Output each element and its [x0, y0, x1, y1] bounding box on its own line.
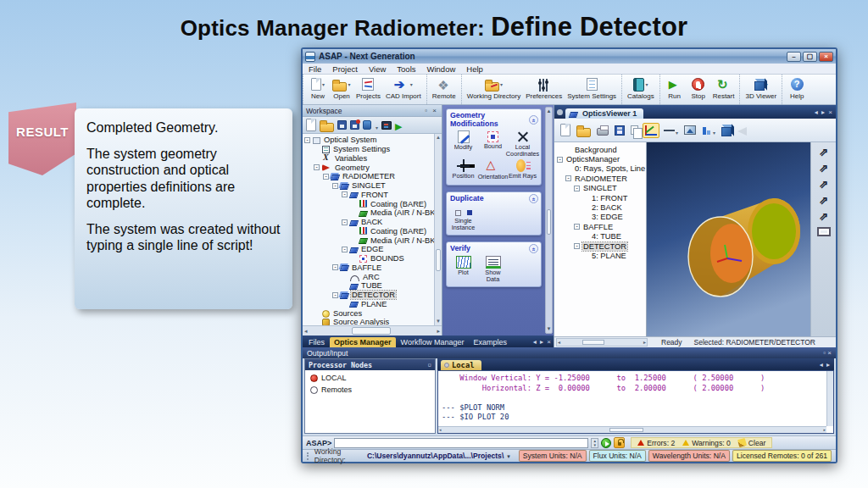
menu-project[interactable]: Project: [332, 64, 358, 74]
button-bound[interactable]: Bound: [478, 130, 508, 158]
collapse-toggle-icon[interactable]: -: [342, 247, 348, 252]
toolbar-projects[interactable]: Projects: [353, 75, 383, 101]
viewer-tree-item-singlet[interactable]: -SINGLET: [554, 184, 646, 193]
output-input-header[interactable]: Output/Input ▫ ×: [303, 347, 836, 358]
toolbar-open[interactable]: Open: [330, 75, 353, 101]
viewer-tree-item-radiometer[interactable]: -RADIOMETER: [554, 174, 646, 183]
tree-item-front[interactable]: -FRONT: [303, 191, 434, 200]
maximize-button[interactable]: [803, 52, 817, 62]
processor-node-local[interactable]: LOCAL: [310, 374, 430, 382]
pane-nav-icons[interactable]: ◂ ▸ ×: [815, 108, 833, 119]
button-single-instance[interactable]: Single Instance: [448, 206, 478, 231]
collapse-toggle-icon[interactable]: -: [342, 219, 348, 225]
tree-item-detector[interactable]: -DETECTOR: [303, 291, 434, 300]
viewer-spotlight-button[interactable]: [736, 123, 748, 137]
window-titlebar[interactable]: ASAP - Next Generation: [303, 49, 836, 64]
errors-indicator[interactable]: Errors: 2: [637, 439, 675, 447]
button-show-data[interactable]: Show Data: [478, 256, 508, 283]
collapse-toggle-icon[interactable]: -: [557, 157, 563, 163]
ray-pointer-icon[interactable]: [815, 208, 832, 223]
toolbar-run[interactable]: Run: [663, 75, 687, 101]
tree-item-optical-system[interactable]: -Optical System: [303, 136, 434, 145]
menu-file[interactable]: File: [309, 64, 321, 74]
pin-icon[interactable]: ▫: [425, 107, 429, 114]
run-icon[interactable]: [395, 119, 404, 131]
viewer-line-style-button[interactable]: [662, 121, 680, 140]
tree-item-radiometer[interactable]: -RADIOMETER: [303, 172, 434, 181]
tree-item-baffle[interactable]: -BAFFLE: [303, 263, 434, 273]
monitor-icon[interactable]: [381, 121, 392, 130]
console-nav-icons[interactable]: ◂ ▸: [820, 361, 831, 370]
toolbar-preferences[interactable]: Preferences: [523, 75, 565, 101]
pin-icon[interactable]: ▫: [427, 361, 431, 369]
console-hscrollbar[interactable]: [438, 426, 826, 433]
toolbar-catalogs[interactable]: Catalogs: [625, 75, 657, 101]
toolbar-help[interactable]: Help: [785, 75, 809, 101]
workspace-vscrollbar[interactable]: [434, 134, 442, 325]
chevron-down-icon[interactable]: [375, 118, 378, 133]
viewer-print-button[interactable]: [595, 123, 610, 137]
tab-optics-manager[interactable]: Optics Manager: [330, 337, 396, 347]
collapse-chevron-icon[interactable]: [529, 244, 538, 253]
warnings-indicator[interactable]: Warnings: 0: [682, 439, 731, 447]
chevron-down-icon[interactable]: [644, 80, 648, 88]
tree-item-media-air-n-bk[interactable]: Media (AIR / N-BK: [303, 208, 434, 218]
viewer-tree-item-opticsmanager[interactable]: -OpticsManager: [554, 154, 646, 164]
chevron-down-icon[interactable]: [675, 123, 678, 138]
viewer-tree-item-5-plane[interactable]: 5: PLANE: [554, 251, 646, 260]
toolbar-cad-import[interactable]: CAD Import: [383, 75, 424, 101]
tree-item-geometry[interactable]: -Geometry: [303, 163, 434, 172]
tree-item-edge[interactable]: -EDGE: [303, 245, 434, 254]
collapse-toggle-icon[interactable]: -: [314, 164, 320, 170]
collapse-chevron-icon[interactable]: [529, 115, 538, 125]
tree-item-variables[interactable]: Variables: [303, 154, 434, 164]
chevron-down-icon[interactable]: [507, 452, 510, 460]
tree-item-plane[interactable]: PLANE: [303, 300, 434, 309]
toolbar-3d-viewer[interactable]: 3D Viewer: [743, 75, 779, 101]
tab-opticsviewer-1[interactable]: OpticsViewer 1: [565, 108, 643, 119]
collapse-toggle-icon[interactable]: -: [574, 224, 580, 230]
viewer-chart-bars-button[interactable]: [700, 121, 717, 140]
chevron-down-icon[interactable]: [321, 80, 325, 88]
chevron-down-icon[interactable]: [409, 80, 413, 88]
execute-button[interactable]: [601, 438, 611, 448]
toolbar-stop[interactable]: Stop: [687, 75, 710, 101]
viewer-tree-item-detector[interactable]: -DETECTOR: [554, 241, 646, 251]
database-icon[interactable]: [363, 120, 371, 130]
chevron-down-icon[interactable]: [499, 80, 503, 88]
processor-node-remotes[interactable]: Remotes: [310, 385, 430, 394]
button-orientation[interactable]: Orientation: [478, 159, 508, 180]
tree-item-tube[interactable]: TUBE: [303, 281, 434, 291]
viewer-3d-view[interactable]: [647, 142, 810, 336]
menu-window[interactable]: Window: [427, 64, 456, 74]
tree-item-coating-bare[interactable]: Coating (BARE): [303, 199, 434, 208]
button-position[interactable]: Position: [448, 159, 478, 180]
viewer-save-button[interactable]: [613, 124, 626, 137]
collapse-toggle-icon[interactable]: -: [574, 243, 580, 249]
viewer-open-button[interactable]: [575, 122, 593, 139]
viewer-tree-item-background[interactable]: Background: [554, 145, 646, 154]
collapse-toggle-icon[interactable]: -: [565, 175, 571, 181]
collapse-toggle-icon[interactable]: -: [574, 186, 580, 191]
panels-scrollbar[interactable]: [545, 107, 553, 334]
viewer-tree-item-3-edge[interactable]: 3: EDGE: [554, 213, 646, 222]
tree-item-arc[interactable]: ARC: [303, 272, 434, 281]
ray-pointer-icon[interactable]: [815, 176, 832, 191]
collapse-toggle-icon[interactable]: -: [304, 137, 310, 143]
console-vscrollbar[interactable]: [826, 371, 833, 426]
toolbar-working-directory[interactable]: Working Directory: [465, 75, 523, 101]
menu-help[interactable]: Help: [466, 64, 483, 74]
viewer-tree-item-4-tube[interactable]: 4: TUBE: [554, 232, 646, 241]
button-plot[interactable]: Plot: [448, 256, 478, 283]
viewer-axes-button[interactable]: [643, 123, 659, 138]
viewer-render-image-button[interactable]: [682, 124, 698, 136]
working-directory-path[interactable]: C:\Users\dyannutz\AppData\...\Projects\: [367, 452, 504, 460]
open-icon[interactable]: [320, 123, 334, 132]
menu-tools[interactable]: Tools: [397, 64, 415, 74]
viewer-tree-item-0-rays-spots-line-plots[interactable]: 0: Rays, Spots, Line Plots,: [554, 164, 646, 174]
tree-item-sources[interactable]: Sources: [303, 308, 434, 318]
save-all-icon[interactable]: [350, 120, 359, 130]
viewer-tree-item-1-front[interactable]: 1: FRONT: [554, 193, 646, 202]
viewer-new-button[interactable]: [559, 122, 572, 138]
collapse-toggle-icon[interactable]: -: [342, 191, 348, 197]
